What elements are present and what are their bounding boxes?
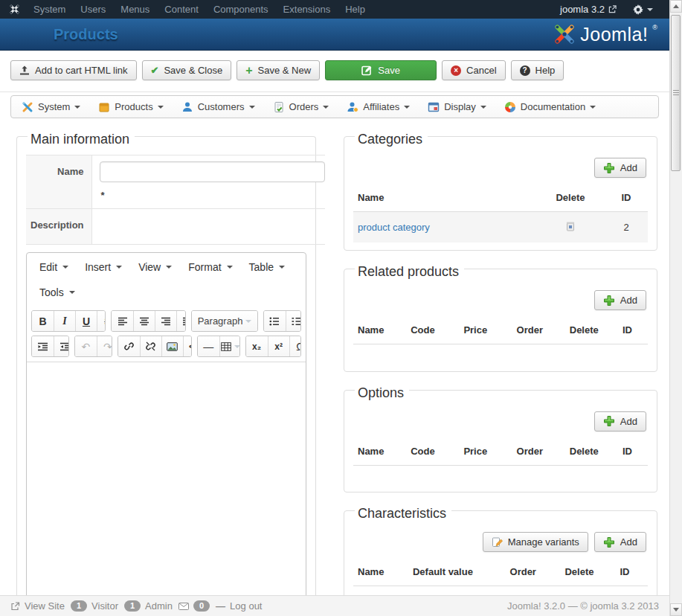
options-table: NameCodePriceOrderDeleteID [353, 437, 648, 485]
joomla-brand-icon[interactable] [9, 4, 20, 15]
editor-toolbar-row-1: BIUSParagraph [27, 307, 306, 333]
main-information-legend: Main information [28, 131, 135, 147]
top-nav-item-help[interactable]: Help [345, 4, 365, 15]
indent-icon [59, 342, 69, 351]
add-to-cart-html-link-button[interactable]: Add to cart HTML link [10, 60, 137, 80]
hr-button[interactable]: — [198, 336, 219, 356]
top-nav-item-users[interactable]: Users [80, 4, 106, 15]
editor-menu-format[interactable]: Format [180, 256, 240, 278]
table-button[interactable] [219, 336, 240, 356]
top-nav-items: SystemUsersMenusContentComponentsExtensi… [33, 4, 365, 15]
button-label: Add [620, 295, 637, 306]
menu-customers[interactable]: Customers [181, 101, 255, 113]
add-option-button[interactable]: Add [594, 411, 646, 431]
paragraph-format-select[interactable]: Paragraph [192, 311, 257, 331]
image-button[interactable] [161, 336, 183, 356]
scrollbar-thumb[interactable] [671, 15, 681, 171]
upload-icon [19, 65, 30, 75]
top-nav-item-components[interactable]: Components [213, 4, 268, 15]
chevron-down-icon [166, 266, 172, 269]
unlink-button[interactable] [140, 336, 161, 356]
menu-affiliates[interactable]: Affiliates [347, 101, 410, 113]
top-nav-item-content[interactable]: Content [164, 4, 199, 15]
indent-button[interactable] [54, 336, 69, 356]
italic-button[interactable]: I [54, 311, 75, 331]
site-name-link[interactable]: joomla 3.2 [560, 4, 617, 15]
align-left-button[interactable] [112, 311, 133, 331]
top-nav-item-system[interactable]: System [33, 4, 65, 15]
top-nav-item-menus[interactable]: Menus [120, 4, 149, 15]
bullet-list-button[interactable] [264, 311, 286, 331]
underline-button[interactable]: U [75, 311, 97, 331]
menu-documentation[interactable]: Documentation [504, 101, 596, 113]
save-and-new-button[interactable]: +Save & New [237, 60, 320, 80]
numbered-list-icon [292, 317, 301, 326]
code-button[interactable]: <> [183, 336, 192, 356]
editor-menu-insert[interactable]: Insert [77, 256, 130, 278]
scroll-up-button[interactable] [670, 0, 682, 13]
affiliate-icon [347, 101, 358, 113]
editor-menu-edit[interactable]: Edit [31, 256, 77, 278]
cancel-button[interactable]: ×Cancel [442, 60, 505, 80]
chevron-down-icon [249, 106, 255, 109]
add-related-product-button[interactable]: Add [594, 290, 646, 310]
superscript-button[interactable]: x² [268, 336, 289, 356]
button-label: Add to cart HTML link [35, 65, 128, 76]
messages-indicator[interactable]: 0 [178, 600, 210, 612]
align-right-button[interactable] [155, 311, 176, 331]
manage-variants-button[interactable]: Manage variants [483, 532, 588, 552]
editor-content-area[interactable] [27, 362, 306, 606]
category-link[interactable]: product category [358, 222, 430, 233]
editor-button-group [31, 336, 69, 357]
product-name-input[interactable] [100, 161, 325, 182]
menu-display[interactable]: Display [428, 101, 486, 113]
outdent-icon [37, 342, 48, 351]
chevron-down-icon [69, 291, 75, 294]
left-column: Main information Name * Description [16, 118, 316, 616]
numbered-list-button[interactable] [286, 311, 301, 331]
menu-products[interactable]: Products [98, 101, 163, 113]
scroll-down-button[interactable] [670, 603, 682, 616]
charmap-button[interactable]: Ω [289, 336, 301, 356]
right-column: CategoriesAddNameDeleteIDproduct categor… [344, 118, 657, 616]
settings-menu-button[interactable] [633, 4, 653, 15]
redo-button[interactable]: ↷ [97, 336, 112, 356]
menu-orders[interactable]: Orders [273, 101, 329, 113]
top-nav-item-extensions[interactable]: Extensions [283, 4, 331, 15]
link-button[interactable] [118, 336, 140, 356]
column-header-order: Order [512, 316, 565, 344]
view-site-link[interactable]: View Site [10, 600, 65, 612]
component-menubar: SystemProductsCustomersOrdersAffiliatesD… [10, 95, 659, 118]
editor-button-group: BIUS [31, 310, 106, 332]
save-button[interactable]: Save [325, 60, 437, 80]
help-button[interactable]: ?Help [511, 60, 564, 80]
pencil-icon [492, 536, 503, 548]
subscript-button[interactable]: x₂ [246, 336, 268, 356]
editor-menu-view[interactable]: View [130, 256, 180, 278]
menu-system[interactable]: System [22, 101, 80, 113]
outdent-button[interactable] [32, 336, 54, 356]
related-fieldset: Related productsAddNameCodePriceOrderDel… [344, 269, 657, 372]
add-characteristic-button[interactable]: Add [594, 532, 646, 552]
undo-button[interactable]: ↶ [75, 336, 97, 356]
subscript-icon: x₂ [252, 341, 261, 352]
editor-menu-table[interactable]: Table [241, 256, 293, 278]
align-justify-button[interactable] [176, 311, 185, 331]
editor-button-group: Paragraph [191, 310, 258, 332]
main-information-fieldset: Main information Name * Description [16, 136, 316, 616]
delete-trash-icon[interactable] [566, 221, 575, 231]
column-header-id: ID [605, 184, 648, 212]
visitor-count: 1 Visitor [71, 600, 118, 612]
vertical-scrollbar[interactable] [669, 0, 682, 616]
button-label: Cancel [466, 65, 496, 76]
save-and-close-button[interactable]: ✔Save & Close [142, 60, 232, 80]
scrollbar-grip [673, 90, 679, 97]
check-icon: ✔ [151, 65, 159, 76]
bold-button[interactable]: B [32, 311, 54, 331]
align-center-button[interactable] [133, 311, 155, 331]
editor-menu-tools[interactable]: Tools [31, 281, 83, 304]
strike-button[interactable]: S [97, 311, 106, 331]
column-header-delete: Delete [536, 184, 605, 212]
add-category-button[interactable]: Add [594, 158, 646, 178]
logout-link[interactable]: — Log out [216, 600, 262, 612]
